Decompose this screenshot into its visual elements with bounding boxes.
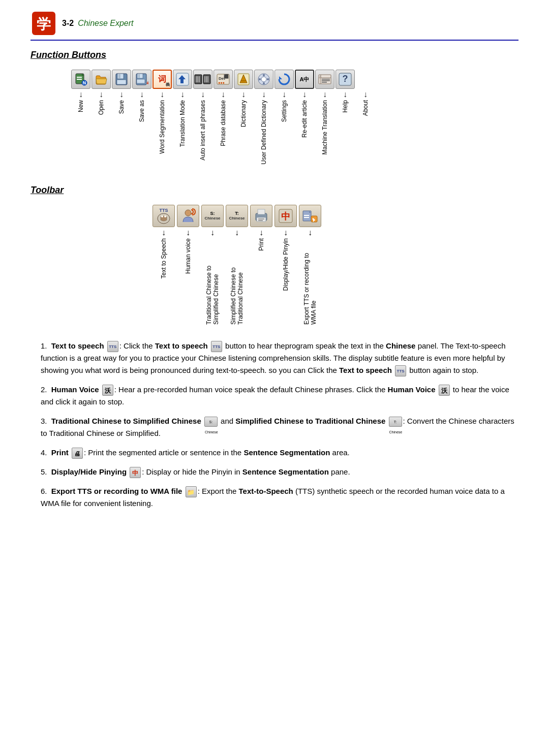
label-userdict: User Defined Dictionary: [254, 100, 273, 165]
svg-rect-14: [138, 74, 140, 78]
arrow-autoinsert: ↓: [193, 90, 212, 99]
label-dict: Dictionary: [234, 100, 253, 127]
re-edit-button[interactable]: [274, 70, 294, 89]
help-button[interactable]: [315, 70, 334, 89]
label-open: Open: [92, 100, 111, 115]
desc-item-5: 5. Display/Hide Pinying 中: Display or hi…: [41, 466, 518, 478]
desc-simp2trad-icon: T:Chinese: [389, 417, 402, 427]
desc-item-1: 1. Text to speech TTS: Click the Text to…: [41, 340, 518, 376]
svg-point-38: [263, 82, 265, 84]
open-button[interactable]: [92, 70, 111, 89]
label-transmode: Translation Mode: [173, 100, 192, 147]
desc-click-human: Human Voice: [388, 385, 436, 394]
tb-labels-row: Text to Speech Human voice Traditional C…: [152, 238, 321, 325]
tb-arrow-print: ↓: [250, 228, 272, 237]
about-button[interactable]: ?: [336, 70, 355, 89]
label-help: Help: [336, 100, 355, 113]
tb-label-simp2trad: Simplified Chinese to Traditional Chines…: [226, 238, 248, 325]
arrow-save: ↓: [112, 90, 131, 99]
label-saveas: Save as: [132, 100, 151, 122]
svg-rect-25: [204, 76, 205, 82]
svg-rect-11: [117, 80, 126, 84]
desc-chinese-panel: Chinese: [386, 341, 415, 350]
func-labels-row: New Open Save Save as Word Segmentation …: [71, 100, 375, 165]
desc-item-6: 6. Export TTS or recording to WMA file 📁…: [41, 485, 518, 510]
new-button[interactable]: N: [71, 70, 90, 89]
toolbar-title: Toolbar: [30, 185, 518, 196]
save-as-button[interactable]: +: [132, 70, 151, 89]
print-button[interactable]: [250, 205, 272, 227]
desc-tts-icon-1: TTS: [107, 341, 118, 352]
function-buttons-toolbar: N + 词 義: [71, 70, 518, 165]
app-name: Chinese Expert: [78, 19, 133, 28]
tb-arrows-row: ↓ ↓ ↓ ↓ ↓ ↓ ↓: [152, 228, 321, 237]
display-hide-pinyin-button[interactable]: 中: [274, 205, 297, 227]
machine-translation-button[interactable]: A中: [295, 70, 314, 89]
toolbar-section: Toolbar TTS S: Chinese T: Chinese: [30, 185, 518, 325]
svg-text:N: N: [83, 80, 86, 85]
save-button[interactable]: [112, 70, 131, 89]
auto-insert-button[interactable]: [193, 70, 212, 89]
label-autoinsert: Auto insert all phrases: [193, 100, 212, 161]
tb-arrow-simp2trad: ↓: [226, 228, 248, 237]
arrow-dict: ↓: [234, 90, 253, 99]
desc-click-tts: Text to speech: [155, 341, 208, 350]
desc-trad2simp-icon: S:Chinese: [204, 417, 218, 427]
desc-sentence-seg-5: Sentence Segmentation: [242, 467, 329, 476]
svg-rect-20: [196, 76, 197, 82]
arrow-new: ↓: [71, 90, 90, 99]
desc-tts-icon-2: TTS: [211, 341, 222, 352]
svg-rect-56: [258, 209, 265, 214]
label-wordseg: Word Segmentation: [152, 100, 172, 154]
word-segmentation-button[interactable]: 词 義: [152, 70, 172, 89]
label-save: Save: [112, 100, 131, 114]
svg-rect-64: [304, 215, 309, 216]
svg-rect-46: [322, 79, 330, 80]
desc-bold-trad2simp: Traditional Chinese to Simplified Chines…: [51, 417, 201, 425]
svg-rect-59: [258, 220, 263, 221]
tb-label-trad2simp: Traditional Chinese to Simplified Chines…: [201, 238, 224, 325]
arrow-open: ↓: [92, 90, 111, 99]
dictionary-button[interactable]: [234, 70, 253, 89]
export-tts-button[interactable]: [299, 205, 321, 227]
label-machine: Machine Translation: [315, 100, 334, 154]
desc-bold-human: Human Voice: [51, 385, 99, 394]
arrow-reedit: ↓: [295, 90, 314, 99]
svg-rect-65: [304, 217, 309, 218]
page-number: 3-2: [62, 19, 74, 28]
svg-rect-47: [322, 80, 330, 81]
label-new: New: [71, 100, 90, 112]
desc-export-icon: 📁: [186, 486, 197, 497]
phrase-database-button[interactable]: Det⬛●●●: [214, 70, 233, 89]
desc-num-5: 5.: [41, 467, 47, 476]
desc-num-6: 6.: [41, 487, 47, 495]
human-voice-button[interactable]: [177, 205, 199, 227]
function-buttons-title: Function Buttons: [30, 50, 518, 60]
trad-to-simp-button[interactable]: S: Chinese: [201, 205, 224, 227]
svg-text:⬛: ⬛: [224, 74, 229, 79]
settings-button[interactable]: [254, 70, 273, 89]
desc-num-4: 4.: [41, 448, 47, 457]
label-phrasedb: Phrase database: [214, 100, 233, 146]
svg-rect-5: [77, 79, 82, 80]
simp-to-trad-button[interactable]: T: Chinese: [226, 205, 248, 227]
svg-rect-21: [197, 76, 198, 82]
desc-bold-pinyin: Display/Hide Pinying: [51, 467, 127, 476]
tb-label-human: Human voice: [177, 238, 199, 274]
svg-point-36: [261, 77, 266, 82]
desc-print-icon: 🖨: [72, 448, 83, 459]
tb-label-pinyin: Display/Hide Pinyin: [274, 238, 297, 291]
translation-mode-button[interactable]: [173, 70, 192, 89]
desc-bold-export: Export TTS or recording to WMA file: [51, 487, 182, 495]
desc-num-1: 1.: [41, 341, 47, 350]
tts-button[interactable]: TTS: [152, 205, 175, 227]
toolbar-icons-container: TTS S: Chinese T: Chinese 中: [152, 205, 518, 325]
tb-arrow-pinyin: ↓: [274, 228, 297, 237]
descriptions-list: 1. Text to speech TTS: Click the Text to…: [41, 340, 518, 510]
svg-point-39: [259, 78, 261, 80]
desc-human-icon-2: 沃: [439, 385, 450, 396]
arrow-saveas: ↓: [132, 90, 151, 99]
desc-item-3: 3. Traditional Chinese to Simplified Chi…: [41, 415, 518, 439]
desc-human-icon-1: 沃: [102, 385, 113, 396]
svg-rect-15: [137, 79, 145, 83]
